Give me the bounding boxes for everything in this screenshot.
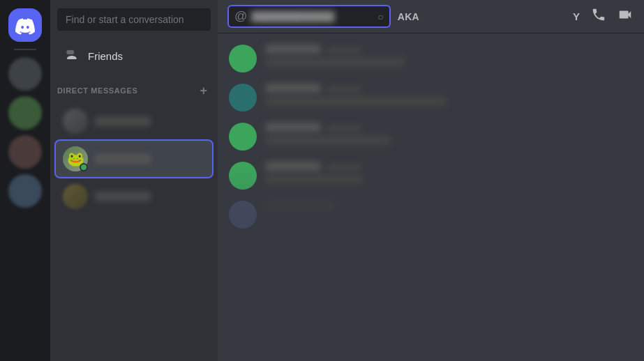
top-bar-icons: Y	[573, 7, 633, 26]
status-dot-1	[80, 163, 88, 171]
chat-area	[218, 33, 644, 361]
friends-label: Friends	[88, 50, 123, 62]
msg-avatar-2	[229, 84, 257, 112]
msg-content-5	[265, 201, 335, 210]
server-icon-3[interactable]	[8, 135, 42, 169]
username-input[interactable]	[251, 11, 373, 22]
at-input-area[interactable]: @ ○	[229, 6, 389, 26]
avatar-container-2	[63, 184, 88, 209]
msg-timestamp-4	[327, 164, 361, 171]
friends-nav-item[interactable]: Friends	[56, 42, 212, 70]
dm-item-2[interactable]	[56, 178, 212, 215]
video-icon[interactable]	[617, 7, 633, 26]
msg-text-4	[265, 174, 363, 184]
main-content: @ ○ AKA Y	[218, 0, 644, 361]
search-bar[interactable]: Find or start a conversation	[57, 8, 211, 31]
msg-avatar-5	[229, 201, 257, 229]
server-icon-1[interactable]	[8, 57, 42, 91]
msg-username-3	[265, 123, 321, 132]
chat-message-5	[229, 201, 633, 229]
chat-message-3	[229, 123, 633, 151]
msg-text-5	[265, 201, 335, 210]
at-input-close-icon[interactable]: ○	[377, 11, 383, 22]
msg-content-2	[265, 84, 447, 106]
msg-header-3	[265, 123, 391, 132]
avatar-0	[63, 109, 88, 134]
aka-label: AKA	[398, 11, 419, 22]
avatar-container-0	[63, 109, 88, 134]
msg-text-3	[265, 135, 391, 145]
msg-content-4	[265, 162, 363, 184]
msg-avatar-3	[229, 123, 257, 151]
msg-avatar-4	[229, 162, 257, 190]
dm-section-header: DIRECT MESSAGES +	[50, 72, 218, 100]
msg-text-2	[265, 96, 447, 106]
discord-home-button[interactable]	[8, 8, 42, 42]
dm-list: 🐸	[50, 100, 218, 361]
chat-fade-overlay	[218, 33, 644, 361]
friends-icon	[63, 47, 80, 64]
server-icon-4[interactable]	[8, 174, 42, 208]
nav-section: Friends	[50, 39, 218, 72]
dm-section-title: DIRECT MESSAGES	[57, 86, 137, 95]
dm-item-1[interactable]: 🐸	[56, 141, 212, 177]
dm-name-0	[95, 116, 151, 126]
msg-header-4	[265, 162, 363, 171]
at-symbol: @	[234, 9, 247, 24]
msg-content-3	[265, 123, 391, 145]
call-icon[interactable]	[591, 7, 606, 26]
server-icon-2[interactable]	[8, 96, 42, 130]
msg-header-2	[265, 84, 447, 93]
search-bar-placeholder: Find or start a conversation	[66, 14, 184, 25]
y-button[interactable]: Y	[573, 10, 580, 22]
msg-timestamp-3	[327, 125, 361, 132]
msg-username-2	[265, 84, 321, 93]
dm-name-2	[95, 192, 151, 201]
msg-text-1	[265, 57, 405, 67]
msg-timestamp-1	[327, 47, 361, 54]
chat-message-2	[229, 84, 633, 112]
dm-name-1	[95, 154, 151, 164]
server-sidebar	[0, 0, 50, 361]
chat-message-1	[229, 45, 633, 72]
dm-item-0[interactable]	[56, 103, 212, 139]
msg-timestamp-2	[327, 86, 361, 93]
top-bar: @ ○ AKA Y	[218, 0, 644, 33]
msg-content-1	[265, 45, 405, 67]
msg-header-1	[265, 45, 405, 54]
avatar-container-1: 🐸	[63, 146, 88, 171]
add-dm-button[interactable]: +	[197, 84, 211, 98]
avatar-2	[63, 184, 88, 209]
chat-message-4	[229, 162, 633, 190]
msg-username-1	[265, 45, 321, 54]
server-divider	[14, 49, 36, 50]
channel-sidebar: Find or start a conversation Friends DIR…	[50, 0, 218, 361]
msg-avatar-1	[229, 45, 257, 72]
msg-username-4	[265, 162, 321, 171]
